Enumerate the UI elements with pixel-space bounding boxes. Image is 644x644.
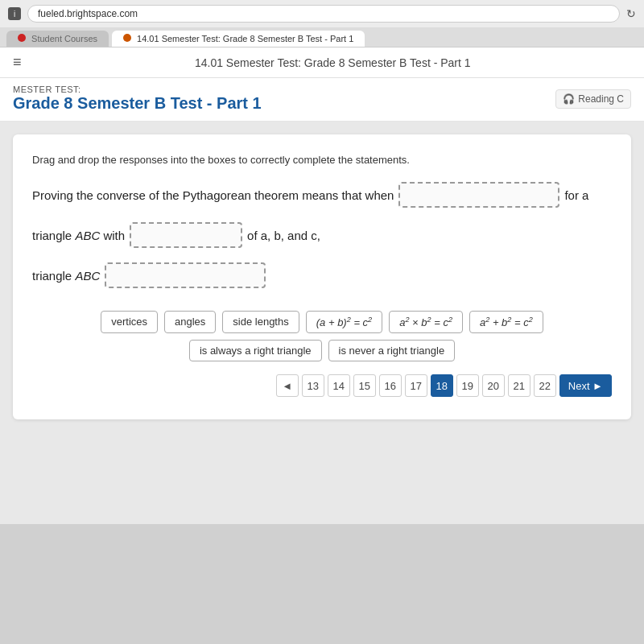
drop-zone-2[interactable] [130, 222, 242, 248]
drag-chip-eq3[interactable]: a2 + b2 = c2 [469, 311, 543, 333]
browser-toolbar: i fueled.brightspace.com ↻ [0, 0, 644, 27]
app-topbar-title: 14.01 Semester Test: Grade 8 Semester B … [35, 56, 631, 69]
page-header: MESTER TEST: Grade 8 Semester B Test - P… [0, 78, 644, 122]
stmt2-post: of a, b, and c, [247, 225, 320, 246]
page-btn-22[interactable]: 22 [534, 374, 556, 397]
question-instruction: Drag and drop the responses into the box… [32, 154, 612, 166]
page-btn-20[interactable]: 20 [482, 374, 505, 397]
tab1-label: Student Courses [31, 34, 97, 43]
page-btn-15[interactable]: 15 [353, 374, 376, 397]
drag-chip-angles[interactable]: angles [164, 311, 216, 333]
drag-chip-never-right[interactable]: is never a right triangle [328, 340, 456, 361]
url-text: fueled.brightspace.com [38, 8, 138, 19]
page-btn-16[interactable]: 16 [379, 374, 402, 397]
drag-chip-side-lengths[interactable]: side lengths [222, 311, 299, 333]
browser-tabs: Student Courses 14.01 Semester Test: Gra… [0, 27, 644, 47]
stmt1-post: for a [564, 184, 588, 206]
drag-chip-eq2[interactable]: a2 × b2 = c2 [389, 311, 463, 333]
page-btn-13[interactable]: 13 [302, 374, 324, 397]
tab-semester-test[interactable]: 14.01 Semester Test: Grade 8 Semester B … [112, 31, 365, 47]
next-button[interactable]: Next ► [559, 374, 612, 397]
semester-test-label: MESTER TEST: [13, 85, 262, 94]
drag-chip-always-right[interactable]: is always a right triangle [189, 340, 322, 361]
drop-zone-3[interactable] [105, 262, 266, 288]
browser-chrome: i fueled.brightspace.com ↻ Student Cours… [0, 0, 644, 47]
page-title: Grade 8 Semester B Test - Part 1 [13, 94, 262, 113]
drop-zone-1[interactable] [398, 182, 559, 208]
statement-row-2: triangle ABC with of a, b, and c, [32, 222, 612, 248]
pagination-bar: ◄ 13 14 15 16 17 18 19 20 21 22 Next ► [32, 361, 612, 400]
reading-icon: 🎧 [563, 93, 575, 105]
tab1-icon [18, 34, 26, 42]
page-btn-18[interactable]: 18 [431, 374, 453, 397]
tab2-label: 14.01 Semester Test: Grade 8 Semester B … [137, 34, 353, 43]
drag-options-area-2: is always a right triangle is never a ri… [32, 340, 612, 361]
statement-row-1: Proving the converse of the Pythagorean … [32, 182, 612, 208]
page-title-text: rade 8 Semester B Test - Part 1 [26, 94, 262, 112]
app-topbar: ≡ 14.01 Semester Test: Grade 8 Semester … [0, 47, 644, 78]
drag-chip-vertices[interactable]: vertices [101, 311, 158, 333]
url-bar[interactable]: fueled.brightspace.com [27, 5, 620, 23]
prev-page-button[interactable]: ◄ [276, 374, 299, 397]
page-btn-17[interactable]: 17 [405, 374, 427, 397]
browser-favicon: i [8, 7, 21, 20]
hamburger-icon[interactable]: ≡ [13, 54, 22, 71]
page-btn-14[interactable]: 14 [328, 374, 350, 397]
statement-row-3: triangle ABC [32, 262, 612, 288]
stmt3-pre: triangle ABC [32, 265, 100, 287]
reading-label: Reading C [578, 93, 624, 105]
page-btn-19[interactable]: 19 [456, 374, 479, 397]
page-title-grade: G [13, 94, 26, 112]
drag-chip-eq1[interactable]: (a + b)2 = c2 [306, 311, 382, 333]
question-card: Drag and drop the responses into the box… [13, 134, 631, 419]
stmt2-pre: triangle ABC with [32, 225, 125, 246]
page-header-left: MESTER TEST: Grade 8 Semester B Test - P… [13, 85, 262, 113]
stmt1-pre: Proving the converse of the Pythagorean … [32, 184, 394, 206]
drag-options-area: vertices angles side lengths (a + b)2 = … [32, 311, 612, 333]
tab-student-courses[interactable]: Student Courses [6, 31, 109, 47]
reading-button[interactable]: 🎧 Reading C [555, 89, 631, 109]
tab2-icon [123, 34, 131, 42]
main-content: Drag and drop the responses into the box… [0, 122, 644, 524]
page-btn-21[interactable]: 21 [508, 374, 530, 397]
refresh-icon[interactable]: ↻ [626, 7, 636, 20]
